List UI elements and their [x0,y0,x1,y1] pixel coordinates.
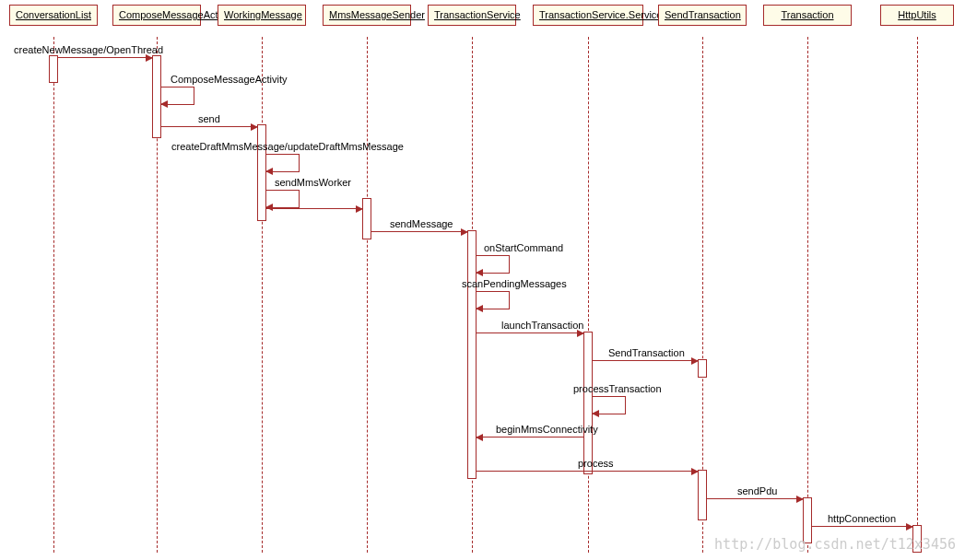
message-label: httpConnection [828,513,896,524]
participant-conversationlist: ConversationList [9,5,98,26]
message-arrow [477,471,698,472]
message-label: onStartCommand [484,242,563,253]
watermark: http://blog.csdn.net/t12x3456 [714,536,956,553]
message-label: beginMmsConnectivity [496,424,598,435]
participant-httputils: HttpUtils [880,5,954,26]
participant-composemessageactivity: ComposeMessageActivity [112,5,201,26]
self-message [161,87,194,105]
message-label: process [578,458,614,469]
message-arrow [707,498,803,499]
message-arrow [58,57,152,58]
message-label: createDraftMmsMessage/updateDraftMmsMess… [171,141,404,152]
self-message [266,154,300,172]
activation-bar [152,55,161,138]
message-label: processTransaction [573,383,662,394]
self-message [477,291,510,309]
participant-mmsmessagesender: MmsMessageSender [323,5,411,26]
message-label: sendMmsWorker [275,177,351,188]
activation-bar [467,230,477,479]
participant-workingmessage: WorkingMessage [218,5,306,26]
message-arrow [477,437,583,438]
message-label: send [198,113,220,124]
message-label: ComposeMessageActivity [171,74,288,85]
lifeline [807,37,808,553]
activation-bar [698,470,707,520]
lifeline [917,37,918,553]
message-label: sendPdu [737,485,777,496]
message-arrow [593,360,698,361]
activation-bar [49,55,58,83]
message-label: scanPendingMessages [462,278,567,289]
activation-bar [583,332,593,474]
message-label: createNewMessage/OpenThread [14,44,163,55]
message-arrow [161,126,257,127]
lifeline [588,37,589,553]
message-label: SendTransaction [608,347,685,358]
participant-transactionservice-servicehandler: TransactionService.ServiceHandler [533,5,643,26]
lifeline [53,37,54,553]
message-arrow [371,231,467,232]
self-message [266,190,300,208]
participant-sendtransaction: SendTransaction [658,5,747,26]
lifeline [367,37,368,553]
participant-transactionservice: TransactionService [428,5,516,26]
activation-bar [362,198,371,239]
activation-bar [698,359,707,378]
message-arrow [477,332,583,333]
self-message [593,396,626,414]
message-arrow [812,526,912,527]
participant-transaction: Transaction [763,5,852,26]
self-message [477,255,510,274]
message-label: launchTransaction [501,320,583,331]
message-label: sendMessage [390,218,453,229]
message-arrow [266,208,362,209]
lifeline [262,37,263,553]
